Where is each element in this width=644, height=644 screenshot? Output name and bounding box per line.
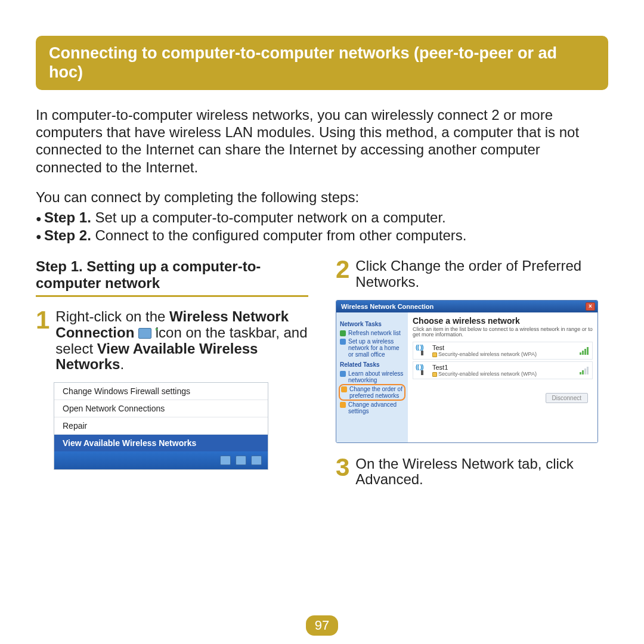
instruction-3: 3 On the Wireless Network tab, click Adv… — [336, 456, 608, 488]
signal-bars-icon — [580, 366, 589, 374]
instruction-2: 2 Click Change the order of Preferred Ne… — [336, 258, 608, 290]
disconnect-button[interactable]: Disconnect — [546, 393, 588, 403]
divider — [36, 295, 308, 297]
sidebar-item-refresh[interactable]: Refresh network list — [340, 330, 404, 336]
network-item[interactable]: Test1 Security-enabled wireless network … — [413, 361, 593, 379]
network-name: Test1 — [432, 364, 576, 371]
section-title-banner: Connecting to computer-to-computer netwo… — [36, 36, 608, 90]
step-label: Step 1. — [44, 209, 91, 225]
tray-icon — [251, 456, 262, 465]
menu-item-change-firewall[interactable]: Change Windows Firewall settings — [54, 383, 268, 400]
network-security: Security-enabled wireless network (WPA) — [438, 371, 537, 377]
main-pane: Choose a wireless network Click an item … — [408, 312, 597, 442]
lock-icon — [432, 372, 437, 377]
menu-item-open-connections[interactable]: Open Network Connections — [54, 400, 268, 417]
text: . — [120, 356, 124, 372]
sidebar-item-setup[interactable]: Set up a wireless network for a home or … — [340, 338, 404, 358]
antenna-icon — [340, 339, 346, 345]
sidebar-item-learn[interactable]: Learn about wireless networking — [340, 370, 404, 383]
step-number: 1 — [36, 309, 49, 373]
sidebar-item-advanced[interactable]: Change advanced settings — [340, 401, 404, 414]
overview-steps: Step 1. Set up a computer-to-computer ne… — [36, 209, 608, 244]
step-number: 3 — [336, 456, 349, 488]
text: On the Wireless Network tab, click Advan… — [355, 456, 608, 488]
lock-icon — [432, 352, 437, 357]
intro-paragraph: In computer-to-computer wireless network… — [36, 106, 608, 176]
context-menu-screenshot: Change Windows Firewall settings Open Ne… — [54, 382, 268, 470]
text: Right-click on the — [55, 308, 169, 324]
step-number: 2 — [336, 258, 349, 290]
window-title: Wireless Network Connection — [341, 303, 434, 310]
wireless-connection-icon — [138, 328, 151, 339]
gear-icon — [340, 402, 346, 408]
info-icon — [340, 371, 346, 377]
sidebar: Network Tasks Refresh network list Set u… — [336, 312, 408, 442]
text: Click Change the order of Preferred Netw… — [355, 258, 608, 290]
pane-title: Choose a wireless network — [413, 316, 593, 326]
star-icon — [341, 386, 347, 392]
instruction-1: 1 Right-click on the Wireless Network Co… — [36, 309, 308, 373]
sidebar-heading: Related Tasks — [340, 361, 404, 368]
network-security: Security-enabled wireless network (WPA) — [438, 351, 537, 357]
pane-subtitle: Click an item in the list below to conne… — [413, 327, 593, 339]
step-text: Connect to the configured computer from … — [91, 227, 467, 243]
wireless-connection-window: Wireless Network Connection × Network Ta… — [336, 300, 598, 443]
antenna-icon — [417, 364, 429, 376]
menu-item-repair[interactable]: Repair — [54, 417, 268, 434]
antenna-icon — [417, 345, 429, 357]
menu-item-view-networks[interactable]: View Available Wireless Networks — [54, 434, 268, 451]
window-titlebar: Wireless Network Connection × — [336, 301, 597, 312]
sidebar-item-change-order[interactable]: Change the order of preferred networks — [340, 385, 404, 400]
step-text: Set up a computer-to-computer network on… — [91, 209, 446, 225]
tray-icon — [220, 456, 231, 465]
network-item[interactable]: Test Security-enabled wireless network (… — [413, 342, 593, 360]
signal-bars-icon — [580, 346, 589, 355]
sidebar-heading: Network Tasks — [340, 321, 404, 327]
page-number: 97 — [306, 615, 338, 636]
steps-intro: You can connect by completing the follow… — [36, 189, 608, 206]
tray-icon — [236, 456, 246, 465]
network-name: Test — [432, 344, 576, 351]
taskbar — [54, 451, 268, 469]
step-label: Step 2. — [44, 227, 91, 243]
section-a-heading: Step 1. Setting up a computer-to-compute… — [36, 258, 308, 292]
close-icon[interactable]: × — [586, 302, 595, 311]
refresh-icon — [340, 330, 346, 336]
